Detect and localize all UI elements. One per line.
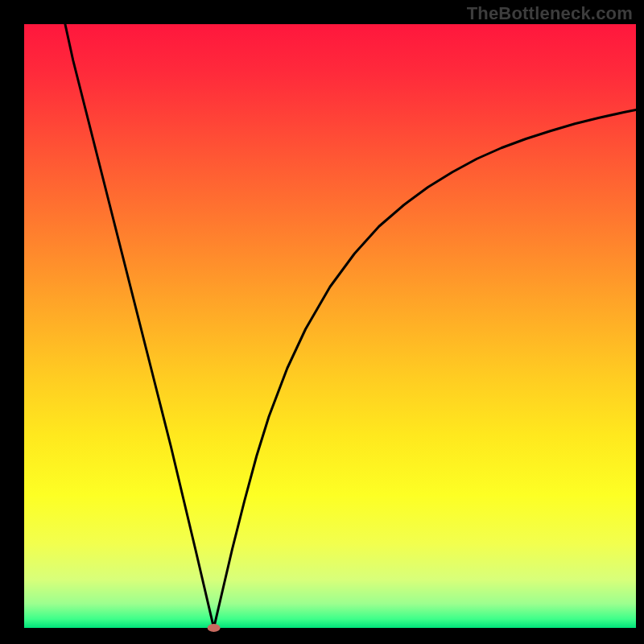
- optimum-marker: [208, 624, 221, 632]
- chart-frame: TheBottleneck.com: [0, 0, 644, 644]
- bottleneck-chart: [0, 0, 644, 644]
- watermark-label: TheBottleneck.com: [467, 3, 633, 24]
- plot-background: [24, 24, 636, 628]
